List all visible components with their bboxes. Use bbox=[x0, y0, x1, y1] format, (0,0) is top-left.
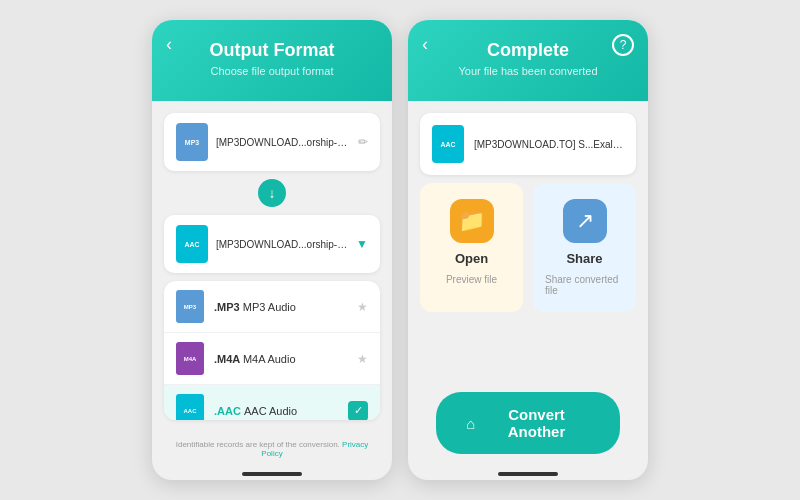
edit-icon[interactable]: ✏ bbox=[358, 135, 368, 149]
format-file-icon-m4a: M4A bbox=[176, 342, 204, 375]
output-file-bar[interactable]: AAC [MP3DOWNLOAD...orship-64k.AAC ▼ bbox=[164, 215, 380, 273]
convert-another-icon: ⌂ bbox=[466, 415, 475, 432]
left-panel-subtitle: Choose file output format bbox=[168, 65, 376, 77]
right-panel-header: ‹ ? Complete Your file has been converte… bbox=[408, 20, 648, 101]
share-action-card[interactable]: ↗ Share Share converted file bbox=[533, 183, 636, 312]
complete-file-bar: AAC [MP3DOWNLOAD.TO] S...Exalt Worship-6… bbox=[420, 113, 636, 175]
convert-another-button[interactable]: ⌂ Convert Another bbox=[436, 392, 620, 454]
format-item-m4a[interactable]: M4A.M4A M4A Audio★ bbox=[164, 333, 380, 385]
output-file-icon: AAC bbox=[176, 225, 208, 263]
output-file-name: [MP3DOWNLOAD...orship-64k.AAC bbox=[216, 239, 348, 250]
input-file-name: [MP3DOWNLOAD...orship-64k.MP3 bbox=[216, 137, 350, 148]
format-file-icon-aac: AAC bbox=[176, 394, 204, 420]
complete-file-icon: AAC bbox=[432, 125, 464, 163]
arrow-down-icon: ↓ bbox=[258, 179, 286, 207]
format-item-mp3[interactable]: MP3.MP3 MP3 Audio★ bbox=[164, 281, 380, 333]
right-panel-title: Complete bbox=[424, 40, 632, 61]
format-item-aac[interactable]: AAC.AAC AAC Audio✓ bbox=[164, 385, 380, 420]
convert-another-label: Convert Another bbox=[483, 406, 590, 440]
format-list: MP3.MP3 MP3 Audio★M4A.M4A M4A Audio★AAC.… bbox=[164, 281, 380, 420]
complete-panel: ‹ ? Complete Your file has been converte… bbox=[408, 20, 648, 480]
right-back-button[interactable]: ‹ bbox=[422, 34, 428, 55]
right-panel-body: AAC [MP3DOWNLOAD.TO] S...Exalt Worship-6… bbox=[408, 101, 648, 466]
format-label-mp3: .MP3 MP3 Audio bbox=[214, 301, 347, 313]
right-bottom-bar bbox=[498, 472, 558, 476]
chevron-down-icon: ▼ bbox=[356, 237, 368, 251]
left-panel-header: ‹ Output Format Choose file output forma… bbox=[152, 20, 392, 101]
star-icon-m4a: ★ bbox=[357, 352, 368, 366]
input-file-icon: MP3 bbox=[176, 123, 208, 161]
left-panel-body: MP3 [MP3DOWNLOAD...orship-64k.MP3 ✏ ↓ AA… bbox=[152, 101, 392, 432]
action-row: 📁 Open Preview file ↗ Share Share conver… bbox=[420, 183, 636, 312]
open-sublabel: Preview file bbox=[446, 274, 497, 285]
right-panel-subtitle: Your file has been converted bbox=[424, 65, 632, 77]
left-panel-footer: Identifiable records are kept of the con… bbox=[152, 432, 392, 466]
open-label: Open bbox=[455, 251, 488, 266]
format-label-m4a: .M4A M4A Audio bbox=[214, 353, 347, 365]
help-button[interactable]: ? bbox=[612, 34, 634, 56]
left-bottom-bar bbox=[242, 472, 302, 476]
open-icon: 📁 bbox=[450, 199, 494, 243]
input-file-bar: MP3 [MP3DOWNLOAD...orship-64k.MP3 ✏ bbox=[164, 113, 380, 171]
format-label-aac: .AAC AAC Audio bbox=[214, 405, 338, 417]
star-icon-mp3: ★ bbox=[357, 300, 368, 314]
format-file-icon-mp3: MP3 bbox=[176, 290, 204, 323]
open-action-card[interactable]: 📁 Open Preview file bbox=[420, 183, 523, 312]
output-format-panel: ‹ Output Format Choose file output forma… bbox=[152, 20, 392, 480]
check-icon-aac: ✓ bbox=[348, 401, 368, 421]
left-back-button[interactable]: ‹ bbox=[166, 34, 172, 55]
complete-file-name: [MP3DOWNLOAD.TO] S...Exalt Worship-64k.a… bbox=[474, 139, 624, 150]
share-sublabel: Share converted file bbox=[545, 274, 624, 296]
share-label: Share bbox=[566, 251, 602, 266]
share-icon: ↗ bbox=[563, 199, 607, 243]
left-panel-title: Output Format bbox=[168, 40, 376, 61]
